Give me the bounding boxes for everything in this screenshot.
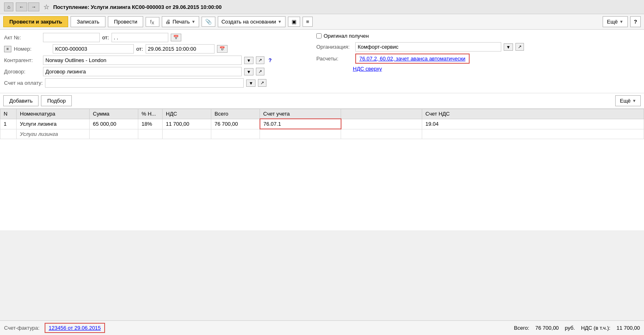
table-header: N Номенклатура Сумма % Н... НДС Всего Сч… [0,109,644,119]
cell-percent: 18% [138,119,163,129]
original-checkbox[interactable] [316,33,322,39]
doc-icon1-button[interactable]: ▣ [288,17,300,27]
favorite-icon[interactable]: ☆ [43,3,49,11]
col-nds: НДС [163,109,211,119]
page-title: Поступление: Услуги лизинга КС00-000003 … [53,4,221,10]
nds-sverhu-link[interactable]: НДС сверху [353,66,382,72]
sub-cell-schet-ucheta [260,129,341,139]
contract-open-button[interactable]: ↗ [256,68,264,75]
more-arrow: ▼ [619,19,623,24]
doc-icon2: ≡ [306,19,309,25]
cell-schet-nds: 19.04 [422,119,644,129]
toolbar: Провести и закрыть Записать Провести fx … [0,14,644,30]
more-button[interactable]: Ещё ▼ [603,16,628,27]
act-from-input[interactable] [112,33,168,42]
title-bar: ⌂ ← → ☆ Поступление: Услуги лизинга КС00… [0,0,644,14]
table-more-arrow: ▼ [632,99,636,103]
org-dropdown-button[interactable]: ▼ [504,43,513,51]
doc-icon2-button[interactable]: ≡ [303,17,313,27]
create-based-button[interactable]: Создать на основании ▼ [218,16,286,27]
post-close-button[interactable]: Провести и закрыть [3,16,68,27]
act-from-calendar-button[interactable]: 📅 [171,34,181,41]
col-vsego: Всего [211,109,260,119]
help-button[interactable]: ? [630,16,641,27]
sub-cell-schet-nds [422,129,644,139]
number-row: ≡ Номер: от: 📅 [4,44,304,54]
doc-inline-icon[interactable]: ≡ [4,46,11,52]
print-label: Печать [172,19,190,25]
save-button[interactable]: Записать [71,16,105,27]
sub-cell-extra [341,129,422,139]
col-extra [341,109,422,119]
table-body: 1 Услуги лизинга 65 000,00 18% 11 700,00… [0,119,644,139]
select-button[interactable]: Подбор [41,95,72,106]
attach-icon: 📎 [205,19,212,25]
расчеты-box: 76.07.2, 60.02, зачет аванса автоматичес… [355,54,470,64]
col-percent: % Н... [138,109,163,119]
number-label: Номер: [14,46,50,52]
col-nomenclature: Номенклатура [17,109,90,119]
table-row: 1 Услуги лизинга 65 000,00 18% 11 700,00… [0,119,644,129]
invoice-account-input[interactable] [45,78,244,88]
more-label: Ещё [607,19,618,25]
attach-button[interactable]: 📎 [202,17,215,27]
number-from-input[interactable] [146,44,215,54]
расчеты-label: Расчеты: [316,56,353,62]
sub-cell-n [0,129,17,139]
act-from-label: от: [102,34,109,41]
sub-cell-percent [138,129,163,139]
invoice-account-label: Счет на оплату: [4,80,43,86]
counterparty-open-button[interactable]: ↗ [256,56,264,64]
col-schet-ucheta: Счет учета [260,109,341,119]
table-more-label: Ещё [620,98,631,104]
invoice-account-dropdown-button[interactable]: ▼ [246,79,255,87]
formula-button[interactable]: fx [146,17,159,27]
act-no-label: Акт №: [4,34,41,41]
contract-label: Договор: [4,69,41,75]
org-input[interactable] [355,42,501,52]
sub-cell-summa [90,129,138,139]
расчеты-row: Расчеты: 76.07.2, 60.02, зачет аванса ав… [316,54,640,64]
org-open-button[interactable]: ↗ [515,43,524,51]
add-button[interactable]: Добавить [3,95,39,106]
create-based-label: Создать на основании [221,19,276,25]
header-row: N Номенклатура Сумма % Н... НДС Всего Сч… [0,109,644,119]
cell-n: 1 [0,119,17,129]
col-summa: Сумма [90,109,138,119]
table-more-button[interactable]: Ещё ▼ [615,95,641,106]
invoice-account-open-button[interactable]: ↗ [258,79,266,87]
forward-button[interactable]: → [28,2,39,11]
расчеты-link[interactable]: 76.07.2, 60.02, зачет аванса автоматичес… [359,56,466,62]
nds-sverhu-row: НДС сверху [316,66,640,72]
number-from-calendar-button[interactable]: 📅 [217,45,228,53]
act-no-input[interactable] [43,33,100,42]
print-button[interactable]: 🖨 Печать ▼ [162,16,199,27]
number-from-label: от: [136,46,143,52]
sub-cell-vsego [211,129,260,139]
col-schet-nds: Счет НДС [422,109,644,119]
counterparty-row: Контрагент: ▼ ↗ ? [4,56,304,65]
number-input[interactable] [53,44,134,54]
org-label: Организация: [316,44,353,50]
original-checkbox-label[interactable]: Оригинал получен [316,33,369,39]
original-label: Оригинал получен [324,33,369,39]
contract-dropdown-button[interactable]: ▼ [244,68,253,75]
contract-row: Договор: ▼ ↗ [4,67,304,76]
svg-text:fx: fx [150,19,155,25]
formula-icon: fx [149,19,156,25]
col-n: N [0,109,17,119]
content-area: N Номенклатура Сумма % Н... НДС Всего Сч… [0,109,644,230]
sub-cell-nomenclature: Услуги лизинга [17,129,90,139]
act-row: Акт №: от: 📅 [4,33,304,42]
form-right-col: Оригинал получен Организация: ▼ ↗ Расчет… [308,33,640,90]
counterparty-question-icon[interactable]: ? [268,57,272,63]
contract-input[interactable] [43,67,242,76]
post-button[interactable]: Провести [108,16,144,27]
home-button[interactable]: ⌂ [4,2,13,11]
back-button[interactable]: ← [16,2,27,11]
counterparty-input[interactable] [43,56,242,65]
doc-icon1: ▣ [292,19,296,25]
invoice-account-row: Счет на оплату: ▼ ↗ [4,78,304,88]
create-based-arrow: ▼ [278,19,282,24]
counterparty-dropdown-button[interactable]: ▼ [244,57,253,64]
